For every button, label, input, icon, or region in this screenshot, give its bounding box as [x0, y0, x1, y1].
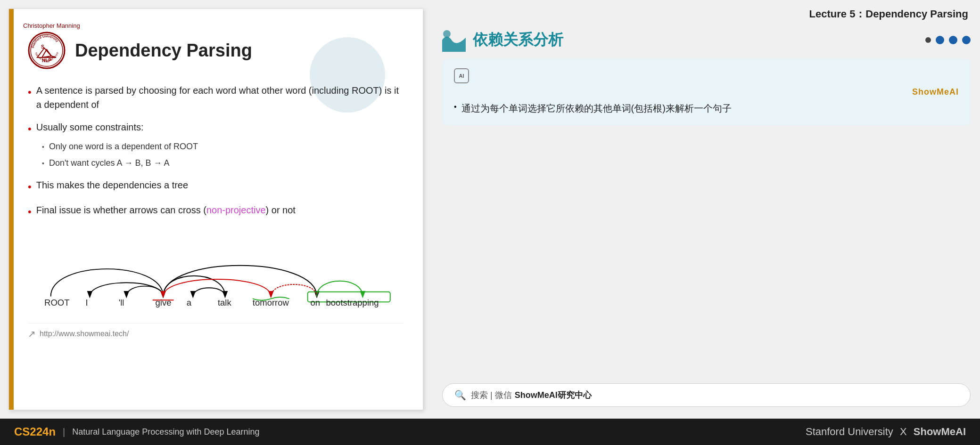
separator-bar: |: [63, 427, 65, 437]
sub-bullet-1: • Only one word is a dependent of ROOT: [42, 140, 198, 153]
ai-icon: AI: [454, 68, 469, 83]
non-projective-text: non-projective: [206, 205, 266, 215]
card-title-area: 依赖关系分析: [442, 28, 563, 52]
footer-url: http://www.showmeai.tech/: [40, 330, 129, 338]
slide-footer: ↗ http://www.showmeai.tech/: [28, 323, 404, 340]
svg-text:I: I: [86, 298, 88, 307]
svg-text:give: give: [156, 298, 172, 307]
bullet-item-1: • A sentence is parsed by choosing for e…: [28, 83, 404, 112]
slide-title: Dependency Parsing: [75, 40, 252, 61]
bottom-right: Stanford University X ShowMeAI: [806, 426, 966, 438]
sub-bullet-dot-2: •: [42, 159, 44, 169]
translation-text: 通过为每个单词选择它所依赖的其他单词(包括根)来解析一个句子: [461, 101, 732, 116]
showmeai-badge: ShowMeAI: [454, 87, 959, 97]
nav-dot-4[interactable]: [962, 36, 971, 44]
bullet-dot-2: •: [28, 121, 32, 137]
author-name: Christopher Manning: [23, 22, 80, 29]
bullet-text-3: This makes the dependencies a tree: [36, 178, 404, 192]
dep-svg: ROOT I 'll give a talk tomorrow on boots…: [28, 229, 404, 314]
slide-left-bar: [9, 9, 14, 410]
spacer: [442, 135, 971, 383]
x-separator: X: [900, 426, 907, 437]
cursor-icon: ↗: [28, 328, 36, 340]
bullet-text-2: Usually some constraints:: [36, 120, 144, 134]
lecture-title-text: Lecture 5：Dependency Parsing: [809, 8, 968, 20]
dot-navigation: [925, 36, 971, 44]
svg-text:talk: talk: [218, 298, 232, 307]
trans-bullet: • 通过为每个单词选择它所依赖的其他单词(包括根)来解析一个句子: [454, 101, 959, 116]
wave-icon: [442, 28, 466, 52]
svg-text:NLP: NLP: [42, 58, 51, 63]
slide-content: Christopher Manning Stanford University: [14, 9, 423, 353]
stanford-logo: Stanford University Natural Language Pro…: [28, 32, 66, 69]
svg-text:'ll: 'll: [119, 298, 124, 307]
course-desc: Natural Language Processing with Deep Le…: [72, 427, 259, 437]
nav-dot-2[interactable]: [936, 36, 944, 44]
dep-diagram: ROOT I 'll give a talk tomorrow on boots…: [28, 229, 404, 314]
bullet-item-3: • This makes the dependencies a tree: [28, 178, 404, 194]
bottom-left: CS224n | Natural Language Processing wit…: [14, 425, 260, 438]
search-bar[interactable]: 🔍 搜索 | 微信 ShowMeAI研究中心: [442, 383, 971, 407]
bullet-text-1: A sentence is parsed by choosing for eac…: [36, 83, 404, 112]
svg-text:ROOT: ROOT: [44, 298, 69, 307]
nav-dot-3[interactable]: [949, 36, 957, 44]
bullet-item-4: • Final issue is whether arrows can cros…: [28, 203, 404, 219]
sub-bullet-text-2: Don't want cycles A → B, B → A: [49, 157, 170, 170]
bullet-dot-4: •: [28, 204, 32, 219]
showmeai-brand-footer: ShowMeAI: [914, 426, 966, 437]
stanford-name: Stanford University: [806, 426, 893, 437]
right-panel: Lecture 5：Dependency Parsing 依赖关系分析: [433, 0, 980, 419]
lecture-title: Lecture 5：Dependency Parsing: [442, 7, 971, 21]
svg-text:on: on: [310, 298, 320, 307]
sub-bullet-2: • Don't want cycles A → B, B → A: [42, 157, 169, 170]
slide-body: • A sentence is parsed by choosing for e…: [28, 83, 404, 314]
search-icon: 🔍: [454, 389, 466, 401]
svg-text:tomorrow: tomorrow: [253, 298, 289, 307]
content-area: Christopher Manning Stanford University: [0, 0, 980, 419]
cs-code: CS224n: [14, 425, 56, 438]
bullet-item-2: • Usually some constraints: • Only one w…: [28, 120, 404, 170]
card-title-text: 依赖关系分析: [473, 30, 563, 50]
search-text: 搜索 | 微信: [471, 389, 512, 401]
slide-panel: Christopher Manning Stanford University: [8, 8, 423, 410]
bottom-bar: CS224n | Natural Language Processing wit…: [0, 419, 980, 445]
bullet-dot-1: •: [28, 84, 32, 100]
svg-text:a: a: [187, 298, 192, 307]
search-brand: ShowMeAI研究中心: [515, 389, 592, 401]
svg-text:bootstrapping: bootstrapping: [326, 298, 379, 307]
sub-bullet-text-1: Only one word is a dependent of ROOT: [49, 140, 198, 153]
nav-dot-1: [925, 37, 931, 43]
card-header: 依赖关系分析: [442, 28, 971, 52]
trans-bullet-dot: •: [454, 103, 457, 111]
bullet-text-4: Final issue is whether arrows can cross …: [36, 203, 404, 217]
showmeai-label: ShowMeAI: [912, 87, 959, 97]
sub-bullet-dot-1: •: [42, 142, 44, 152]
main-container: Christopher Manning Stanford University: [0, 0, 980, 445]
translation-card: AI ShowMeAI • 通过为每个单词选择它所依赖的其他单词(包括根)来解析…: [442, 59, 971, 125]
bullet-dot-3: •: [28, 179, 32, 194]
